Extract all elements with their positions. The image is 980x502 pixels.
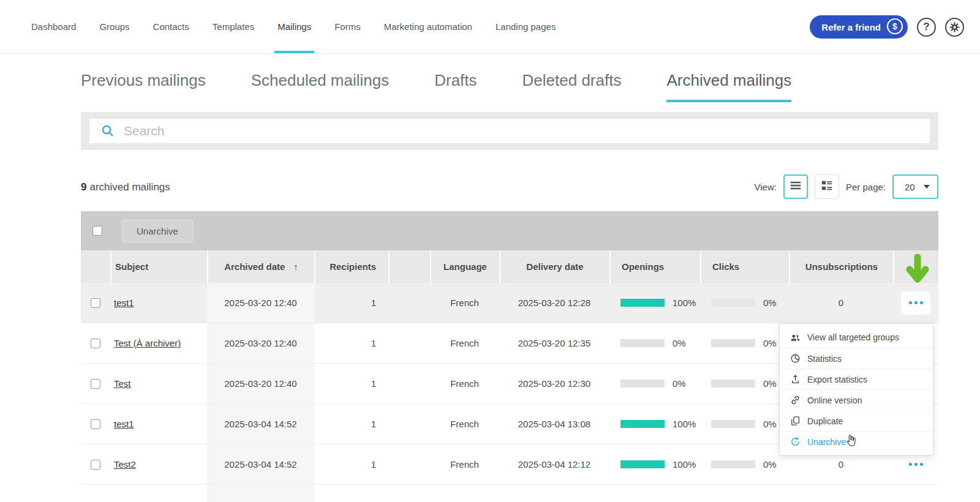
openings-cell: 100% bbox=[609, 283, 700, 323]
clicks-cell: 0% bbox=[700, 364, 789, 403]
row-checkbox-cell bbox=[81, 364, 110, 403]
nav-item-marketing-automation[interactable]: Marketing automation bbox=[372, 0, 484, 53]
empty-cell bbox=[388, 444, 430, 484]
per-page-select[interactable]: 20 bbox=[892, 174, 938, 199]
chevron-down-icon bbox=[924, 185, 930, 189]
unarchive-bulk-button[interactable]: Unarchive bbox=[122, 220, 193, 242]
recipients-cell: 1 bbox=[314, 444, 388, 484]
clicks-cell: 0% bbox=[700, 323, 789, 363]
column-header-recipients[interactable]: Recipients bbox=[314, 250, 388, 283]
subject-cell: Test (À archiver) bbox=[110, 323, 207, 363]
nav-item-templates[interactable]: Templates bbox=[201, 0, 266, 53]
gear-icon[interactable] bbox=[945, 18, 964, 37]
delivery-date-cell: 2025-03-04 12:12 bbox=[499, 444, 609, 484]
partial-cell bbox=[388, 485, 430, 502]
help-icon[interactable]: ? bbox=[917, 18, 936, 37]
refer-a-friend-button[interactable]: Refer a friend $ bbox=[810, 15, 908, 39]
progress-bar-track bbox=[711, 420, 755, 428]
column-header-clicks[interactable]: Clicks bbox=[700, 250, 789, 283]
column-header-label: Subject bbox=[115, 261, 148, 272]
partial-cell bbox=[207, 485, 314, 502]
row-actions-button[interactable] bbox=[901, 291, 930, 315]
tab-archived-mailings[interactable]: Archived mailings bbox=[666, 71, 791, 102]
row-actions-button[interactable] bbox=[901, 453, 930, 476]
menu-item-duplicate[interactable]: Duplicate bbox=[780, 410, 933, 431]
subject-link[interactable]: Test2 bbox=[114, 459, 136, 470]
column-header-delivery-date[interactable]: Delivery date bbox=[499, 250, 609, 283]
column-header-subject[interactable]: Subject bbox=[110, 250, 207, 283]
clicks-cell: 0% bbox=[700, 283, 789, 323]
tab-drafts[interactable]: Drafts bbox=[434, 71, 477, 102]
top-bar: DashboardGroupsContactsTemplatesMailings… bbox=[0, 0, 980, 54]
tab-scheduled-mailings[interactable]: Scheduled mailings bbox=[251, 71, 389, 102]
subject-link[interactable]: Test (À archiver) bbox=[114, 338, 181, 348]
row-checkbox[interactable] bbox=[91, 460, 100, 470]
column-header-archived-date[interactable]: Archived date↑ bbox=[207, 250, 314, 283]
column-header-label: Clicks bbox=[712, 261, 739, 272]
search-input[interactable] bbox=[89, 119, 930, 143]
column-header-label: Openings bbox=[622, 261, 664, 272]
subject-cell: Test bbox=[110, 364, 207, 403]
row-checkbox[interactable] bbox=[91, 419, 100, 429]
link-icon bbox=[790, 395, 801, 405]
subject-link[interactable]: test1 bbox=[114, 419, 134, 429]
nav-item-contacts[interactable]: Contacts bbox=[141, 0, 201, 53]
list-controls: View: Per page: 20 bbox=[755, 174, 938, 199]
delivery-date-cell: 2025-03-20 12:28 bbox=[499, 283, 609, 323]
openings-cell: 0% bbox=[609, 323, 700, 363]
card-view-button[interactable] bbox=[815, 174, 839, 199]
recipients-cell: 1 bbox=[314, 404, 388, 444]
column-header-language[interactable]: Language bbox=[430, 250, 499, 283]
subject-link[interactable]: Test bbox=[114, 378, 131, 389]
row-checkbox-cell bbox=[81, 283, 110, 323]
empty-cell bbox=[388, 323, 430, 363]
language-cell: French bbox=[430, 283, 499, 323]
nav-item-mailings[interactable]: Mailings bbox=[266, 0, 323, 53]
subject-link[interactable]: test1 bbox=[114, 298, 134, 308]
tab-previous-mailings[interactable]: Previous mailings bbox=[81, 71, 206, 102]
menu-item-statistics[interactable]: Statistics bbox=[780, 348, 933, 369]
people-icon bbox=[790, 332, 801, 343]
list-view-button[interactable] bbox=[783, 174, 808, 199]
select-all-checkbox[interactable] bbox=[92, 226, 102, 236]
progress-bar-value: 0% bbox=[763, 419, 777, 429]
column-header-label: Delivery date bbox=[526, 261, 583, 272]
nav-item-dashboard[interactable]: Dashboard bbox=[20, 0, 88, 53]
list-view-icon bbox=[789, 179, 802, 195]
recipients-cell: 1 bbox=[314, 364, 388, 403]
ellipsis-dot bbox=[914, 463, 918, 466]
empty-cell bbox=[388, 404, 430, 444]
ellipsis-dot bbox=[920, 301, 923, 304]
column-header-label: Recipients bbox=[330, 261, 376, 272]
ellipsis-dot bbox=[909, 463, 912, 466]
menu-item-label: Statistics bbox=[807, 354, 842, 364]
refer-a-friend-label: Refer a friend bbox=[821, 22, 881, 32]
recipients-cell: 1 bbox=[314, 323, 388, 363]
menu-item-view-all-targeted-groups[interactable]: View all targeted groups bbox=[780, 327, 933, 348]
tab-deleted-drafts[interactable]: Deleted drafts bbox=[522, 71, 622, 102]
search-box bbox=[89, 119, 930, 143]
mailings-tabs: Previous mailingsScheduled mailingsDraft… bbox=[81, 71, 791, 102]
language-cell: French bbox=[430, 444, 499, 484]
result-count-number: 9 bbox=[81, 181, 86, 193]
archived-date-cell: 2025-03-04 14:52 bbox=[207, 444, 314, 484]
menu-item-online-version[interactable]: Online version bbox=[780, 389, 933, 410]
openings-cell: 100% bbox=[609, 444, 700, 484]
nav-item-groups[interactable]: Groups bbox=[88, 0, 141, 53]
nav-item-landing-pages[interactable]: Landing pages bbox=[484, 0, 567, 53]
row-checkbox[interactable] bbox=[91, 339, 100, 348]
column-header-openings[interactable]: Openings bbox=[609, 250, 700, 283]
partial-cell bbox=[499, 485, 609, 502]
result-count: 9archived mailings bbox=[81, 181, 170, 193]
column-header-unsubscriptions[interactable]: Unsubscriptions bbox=[789, 250, 893, 283]
menu-item-export-statistics[interactable]: Export statistics bbox=[780, 369, 933, 389]
ellipsis-dot bbox=[914, 301, 918, 304]
sort-ascending-icon[interactable]: ↑ bbox=[293, 261, 298, 272]
progress-bar-track bbox=[620, 339, 665, 347]
delivery-date-cell: 2025-03-20 12:35 bbox=[499, 323, 609, 363]
row-checkbox[interactable] bbox=[91, 298, 100, 308]
delivery-date-cell: 2025-03-20 12:30 bbox=[499, 364, 609, 403]
row-checkbox[interactable] bbox=[91, 379, 100, 389]
nav-item-forms[interactable]: Forms bbox=[323, 0, 372, 53]
empty-cell bbox=[388, 283, 430, 323]
